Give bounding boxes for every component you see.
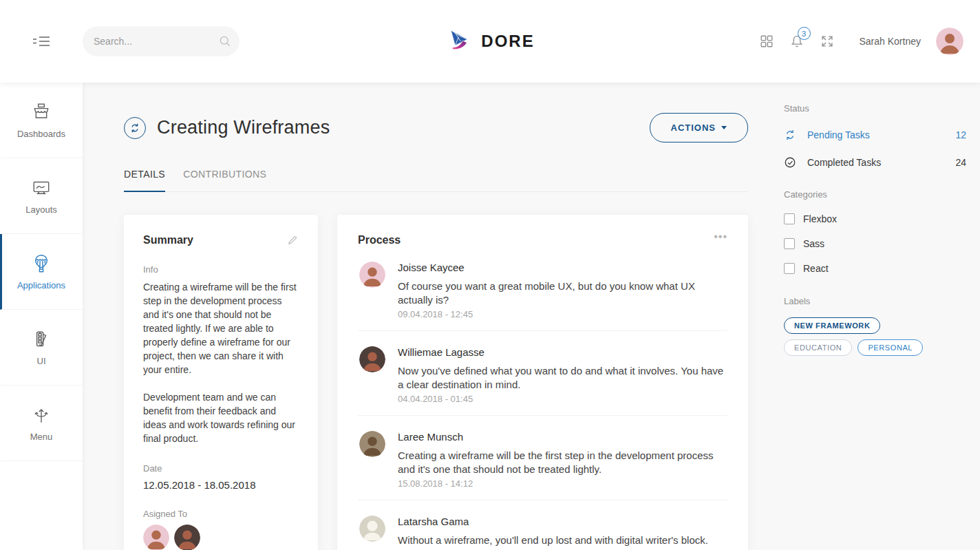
- category-flexbox[interactable]: Flexbox: [784, 213, 966, 224]
- date-label: Date: [143, 463, 299, 474]
- info-paragraph: Development team and we can benefit from…: [143, 390, 299, 445]
- sidebar-item-ui[interactable]: UI: [0, 310, 83, 385]
- comment-avatar[interactable]: [359, 346, 385, 372]
- sidebar-item-menu[interactable]: Menu: [0, 385, 83, 461]
- sidebar-item-dashboards[interactable]: Dashboards: [0, 83, 83, 158]
- tab-details[interactable]: DETAILS: [124, 163, 165, 192]
- search-box[interactable]: [83, 26, 239, 56]
- right-panel: Status Pending Tasks 12 Complet: [748, 83, 980, 550]
- process-card: Process ••• Joisse Kaycee Of course you …: [337, 215, 748, 550]
- tab-bar: DETAILS CONTRIBUTIONS: [124, 163, 748, 192]
- status-row-completed[interactable]: Completed Tasks 24: [784, 156, 966, 169]
- sidebar-label: Layouts: [25, 204, 57, 215]
- hot-air-balloon-icon: [31, 253, 52, 274]
- sidebar-label: UI: [37, 356, 46, 366]
- comment-avatar[interactable]: [359, 431, 385, 457]
- storefront-icon: [31, 102, 52, 123]
- summary-card: Summary Info Creating a wireframe will b…: [124, 215, 318, 550]
- comment-text: Now you've defined what you want to do a…: [398, 364, 727, 392]
- comment-row: Joisse Kaycee Of course you want a great…: [358, 246, 727, 331]
- comment-author[interactable]: Latarsha Gama: [398, 516, 727, 527]
- status-value: 12: [955, 129, 966, 140]
- category-label: React: [803, 263, 829, 274]
- apps-grid-icon[interactable]: [759, 34, 774, 49]
- pending-sync-icon: [784, 129, 796, 141]
- sidebar-label: Menu: [30, 432, 53, 442]
- refresh-icon[interactable]: [124, 117, 146, 139]
- user-avatar[interactable]: [936, 28, 963, 55]
- swatches-icon: [31, 329, 52, 350]
- label-pill-new-framework[interactable]: NEW FRAMEWORK: [784, 317, 880, 334]
- label-pill-education[interactable]: EDUCATION: [784, 339, 852, 356]
- comment-avatar[interactable]: [359, 516, 385, 542]
- status-heading: Status: [784, 103, 966, 114]
- actions-button[interactable]: ACTIONS: [650, 113, 749, 142]
- comment-avatar[interactable]: [359, 262, 385, 288]
- summary-title: Summary: [143, 234, 193, 246]
- assignee-avatar[interactable]: [143, 525, 169, 550]
- notification-count-badge: 3: [798, 27, 811, 40]
- checkbox-icon[interactable]: [784, 263, 795, 274]
- notifications-bell-icon[interactable]: 3: [789, 34, 805, 49]
- split-arrows-icon: [31, 405, 52, 425]
- process-title: Process: [358, 234, 401, 246]
- status-label: Pending Tasks: [807, 129, 870, 140]
- assigned-label: Asigned To: [143, 509, 299, 519]
- category-label: Flexbox: [803, 213, 837, 224]
- comment-text: Creating a wireframe will be the first s…: [398, 449, 727, 476]
- comment-date: 15.08.2018 - 14:12: [398, 478, 727, 489]
- info-paragraph: Creating a wireframe will be the first s…: [143, 280, 299, 377]
- fullscreen-icon[interactable]: [820, 34, 835, 49]
- tab-contributions[interactable]: CONTRIBUTIONS: [183, 163, 266, 192]
- brand-logo[interactable]: DORE: [445, 28, 534, 55]
- more-options-icon[interactable]: •••: [714, 234, 727, 240]
- label-pill-personal[interactable]: PERSONAL: [858, 339, 923, 356]
- edit-pencil-icon[interactable]: [287, 234, 299, 246]
- user-name[interactable]: Sarah Kortney: [860, 36, 922, 47]
- info-label: Info: [143, 264, 299, 275]
- comment-date: 09.04.2018 - 12:45: [398, 309, 727, 319]
- logo-text: DORE: [481, 32, 534, 51]
- comment-row: Latarsha Gama Without a wireframe, you'l…: [358, 500, 727, 550]
- logo-mark: [445, 28, 474, 55]
- search-icon[interactable]: [218, 34, 232, 48]
- comment-author[interactable]: Joisse Kaycee: [398, 262, 727, 273]
- actions-button-label: ACTIONS: [671, 123, 716, 133]
- comment-author[interactable]: Williemae Lagasse: [398, 346, 727, 358]
- top-header: DORE 3 Sarah Kortney: [0, 0, 980, 83]
- comment-author[interactable]: Laree Munsch: [398, 431, 727, 443]
- page-title: Creating Wireframes: [157, 117, 330, 138]
- sidebar-label: Dashboards: [17, 129, 65, 139]
- menu-toggle-icon[interactable]: [31, 33, 52, 50]
- main-content: Creating Wireframes ACTIONS DETAILS CONT…: [83, 83, 748, 550]
- labels-heading: Labels: [784, 296, 966, 306]
- status-value: 24: [955, 157, 966, 168]
- comment-text: Without a wireframe, you'll end up lost …: [398, 533, 727, 550]
- category-label: Sass: [803, 238, 824, 249]
- sidebar-label: Applications: [17, 280, 65, 290]
- status-row-pending[interactable]: Pending Tasks 12: [784, 129, 966, 141]
- checkbox-icon[interactable]: [784, 213, 795, 224]
- comment-date: 04.04.2018 - 01:45: [398, 394, 727, 404]
- monitor-icon: [31, 178, 52, 198]
- categories-heading: Categories: [784, 189, 966, 200]
- chevron-down-icon: [721, 126, 727, 129]
- checkbox-icon[interactable]: [784, 238, 795, 249]
- status-label: Completed Tasks: [807, 157, 881, 168]
- comment-row: Williemae Lagasse Now you've defined wha…: [358, 331, 727, 416]
- search-input[interactable]: [94, 36, 218, 47]
- sidebar-item-layouts[interactable]: Layouts: [0, 158, 83, 234]
- date-value: 12.05.2018 - 18.05.2018: [143, 479, 299, 491]
- category-react[interactable]: React: [784, 263, 966, 274]
- assignee-avatar[interactable]: [174, 525, 200, 550]
- sidebar-item-applications[interactable]: Applications: [0, 234, 83, 310]
- category-sass[interactable]: Sass: [784, 238, 966, 249]
- comment-text: Of course you want a great mobile UX, bu…: [398, 279, 727, 307]
- left-sidebar: Dashboards Layouts: [0, 83, 83, 550]
- check-circle-icon: [784, 156, 796, 169]
- comment-row: Laree Munsch Creating a wireframe will b…: [358, 416, 727, 500]
